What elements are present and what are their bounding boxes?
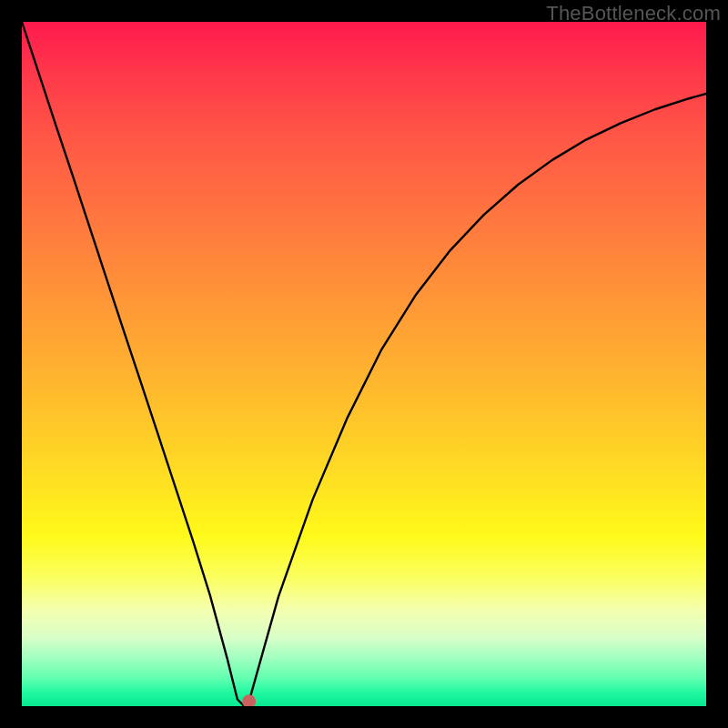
minimum-marker	[242, 694, 256, 706]
chart-frame: TheBottleneck.com	[0, 0, 728, 728]
curve-svg	[22, 22, 706, 706]
plot-area	[22, 22, 706, 706]
bottleneck-curve	[22, 22, 706, 706]
watermark-text: TheBottleneck.com	[546, 2, 721, 25]
